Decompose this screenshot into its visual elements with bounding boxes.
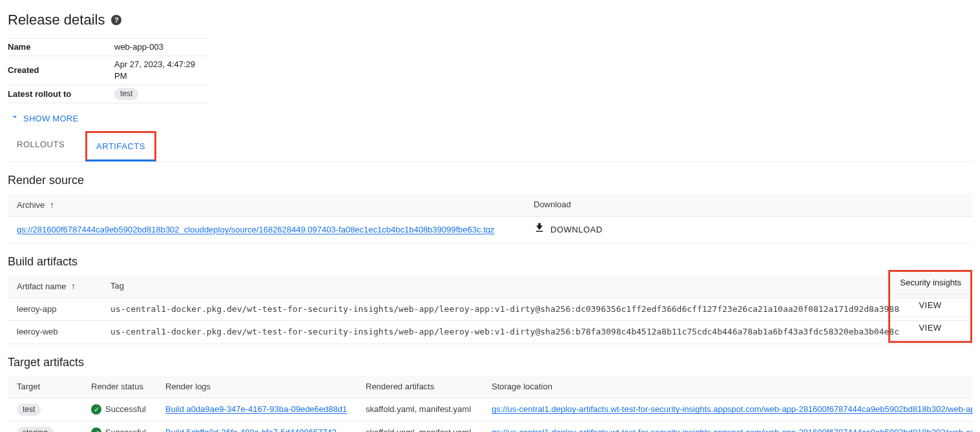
table-row: test ✓Successful Build a0da9ae9-347e-416… (8, 398, 972, 422)
build-artifacts-heading: Build artifacts (8, 254, 972, 270)
help-icon[interactable]: ? (111, 15, 121, 25)
render-source-heading: Render source (8, 172, 972, 189)
col-artifact-name[interactable]: Artifact name ↑ (8, 275, 101, 298)
details-created-label: Created (8, 56, 114, 85)
chevron-down-icon (10, 112, 19, 125)
col-security-insights: Security insights (890, 272, 970, 294)
table-row: leeroy-web us-central1-docker.pkg.dev/wt… (8, 321, 972, 344)
col-download: Download (525, 194, 972, 217)
download-icon (534, 222, 545, 237)
col-storage: Storage location (483, 376, 972, 398)
tab-artifacts[interactable]: ARTIFACTS (85, 131, 156, 161)
check-circle-icon: ✓ (91, 404, 101, 415)
col-rendered: Rendered artifacts (357, 376, 483, 398)
archive-link[interactable]: gs://281600f6787444ca9eb5902bd818b302_cl… (17, 225, 494, 234)
target-artifacts-heading: Target artifacts (8, 355, 972, 371)
col-status: Render status (82, 376, 156, 398)
status-text: Successful (105, 404, 146, 415)
check-circle-icon: ✓ (91, 427, 101, 432)
details-rollout-chip[interactable]: test (114, 88, 138, 100)
page-title-text: Release details (8, 10, 105, 30)
render-log-link[interactable]: Build a0da9ae9-347e-4167-93ba-09ede6ed88… (165, 404, 347, 414)
col-archive-label: Archive (17, 200, 45, 210)
render-source-table: Archive ↑ Download gs://281600f6787444ca… (8, 194, 972, 243)
details-name-value: web-app-003 (114, 38, 208, 56)
artifact-tag-cell: us-central1-docker.pkg.dev/wt-test-for-s… (101, 298, 972, 321)
target-chip[interactable]: staging (17, 427, 54, 432)
details-created-value: Apr 27, 2023, 4:47:29 PM (114, 56, 208, 85)
details-rollout-label: Latest rollout to (8, 85, 114, 103)
artifact-tag-cell: us-central1-docker.pkg.dev/wt-test-for-s… (101, 321, 972, 344)
sort-asc-icon: ↑ (68, 281, 76, 291)
build-artifacts-table: Artifact name ↑ Tag leeroy-app us-centra… (8, 275, 972, 344)
table-row: leeroy-app us-central1-docker.pkg.dev/wt… (8, 298, 972, 321)
render-log-link[interactable]: Build 5cbffa0d-36fa-488c-bfa7-5d44096577… (165, 427, 337, 432)
status-cell: ✓Successful (91, 404, 147, 415)
status-text: Successful (105, 427, 146, 432)
table-row: gs://281600f6787444ca9eb5902bd818b302_cl… (8, 217, 972, 243)
tab-rollouts[interactable]: ROLLOUTS (8, 131, 74, 161)
details-name-label: Name (8, 38, 114, 56)
storage-link[interactable]: gs://us-central1.deploy-artifacts.wt-tes… (492, 404, 972, 414)
release-details-table: Name web-app-003 Created Apr 27, 2023, 4… (8, 38, 208, 103)
view-security-button[interactable]: VIEW (890, 317, 970, 340)
table-row: staging ✓Successful Build 5cbffa0d-36fa-… (8, 421, 972, 432)
artifact-name-cell: leeroy-web (8, 321, 101, 344)
rendered-artifacts-cell: skaffold.yaml, manifest.yaml (357, 398, 483, 422)
col-tag: Tag (101, 275, 972, 298)
sort-asc-icon: ↑ (47, 200, 54, 210)
storage-link[interactable]: gs://us-central1.deploy-artifacts.wt-tes… (492, 427, 972, 432)
col-logs: Render logs (156, 376, 357, 398)
show-more-button[interactable]: SHOW MORE (8, 107, 81, 131)
view-security-button[interactable]: VIEW (890, 294, 970, 317)
rendered-artifacts-cell: skaffold.yaml, manifest.yaml (357, 421, 483, 432)
target-artifacts-table: Target Render status Render logs Rendere… (8, 376, 972, 432)
tabs: ROLLOUTS ARTIFACTS (8, 131, 972, 161)
col-artifact-name-label: Artifact name (17, 282, 67, 291)
col-target: Target (8, 376, 82, 398)
target-chip[interactable]: test (17, 404, 41, 416)
col-archive[interactable]: Archive ↑ (8, 194, 525, 217)
show-more-label: SHOW MORE (23, 113, 78, 125)
artifact-name-cell: leeroy-app (8, 298, 101, 321)
status-cell: ✓Successful (91, 427, 147, 432)
page-title: Release details ? (8, 10, 972, 30)
download-button[interactable]: DOWNLOAD (534, 222, 603, 237)
download-label: DOWNLOAD (550, 224, 603, 236)
security-insights-highlight: Security insights VIEW VIEW (888, 270, 972, 344)
